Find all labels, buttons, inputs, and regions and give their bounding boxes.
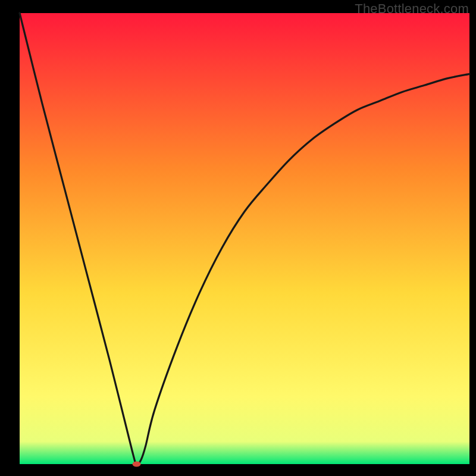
min-point-marker (133, 462, 141, 467)
bottleneck-chart (0, 0, 476, 476)
watermark-label: TheBottleneck.com (355, 1, 469, 17)
plot-background (20, 13, 469, 464)
chart-container: TheBottleneck.com (0, 0, 476, 476)
